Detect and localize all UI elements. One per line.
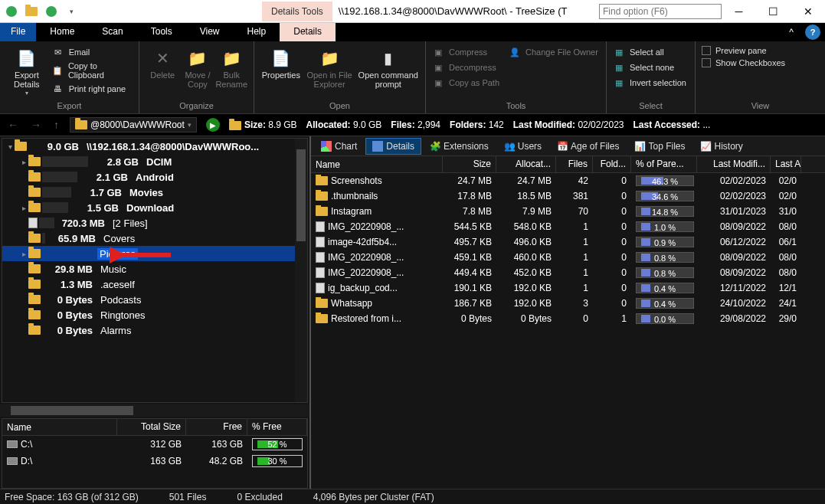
ghdr-mod[interactable]: Last Modifi... [697,156,771,172]
print-pane-button[interactable]: 🖶Print right pane [52,81,133,97]
tree-row[interactable]: 720.3 MB[2 Files] [2,215,307,231]
grid-row[interactable]: Whatsapp186.7 KB192.0 KB300.4 %24/10/202… [311,296,825,311]
tab-home[interactable]: Home [36,23,88,41]
tree-row[interactable]: ▸2.8 GBDCIM [2,154,307,169]
ghdr-size[interactable]: Size [443,156,496,172]
export-details-button[interactable]: 📄 Export Details ▾ [6,44,47,97]
invert-selection-button[interactable]: ▦Invert selection [613,75,686,90]
tree-row[interactable]: ▾9.0 GB\\192.168.1.34@8000\DavWWWRoo... [2,139,307,154]
ext-icon: 🧩 [430,141,440,152]
close-button[interactable]: ✕ [791,0,825,23]
delete-button[interactable]: ✕Delete [146,44,179,80]
copy-clipboard-button[interactable]: 📋Copy to Clipboard [52,60,133,81]
ghdr-fold[interactable]: Fold... [593,156,631,172]
tree-row[interactable]: ▸1.5 GBDownload [2,200,307,215]
collapse-ribbon-icon[interactable]: ^ [782,23,800,41]
drive-row[interactable]: C:\312 GB163 GB52 % [2,436,307,453]
change-owner-button[interactable]: 👤Change File Owner [509,44,598,60]
tab-help[interactable]: Help [234,23,280,41]
qat-item-1[interactable] [3,3,20,20]
ghdr-name[interactable]: Name [311,156,443,172]
tab-details[interactable]: Details [280,23,336,41]
expander-icon[interactable]: ▾ [5,142,15,151]
open-cmd-button[interactable]: ▮Open command prompt [358,44,420,89]
grid-row[interactable]: IMG_20220908_...449.4 KB452.0 KB100.8 %0… [311,265,825,280]
file-menu[interactable]: File [0,23,36,41]
bulk-rename-button[interactable]: 📁Bulk Rename [215,44,247,89]
rtab-details[interactable]: Details [365,138,421,155]
rtab-users[interactable]: 👥Users [497,138,548,155]
expander-icon[interactable]: ▸ [19,204,28,212]
drives-hdr-free[interactable]: Free [186,419,247,435]
qat-item-2[interactable] [23,3,40,20]
rtab-topfiles[interactable]: 📊Top Files [627,138,692,155]
rtab-chart[interactable]: Chart [314,138,364,155]
grid-row[interactable]: Instagram7.8 MB7.9 MB70014.8 %31/01/2023… [311,204,825,219]
tree-scrollbar-vertical[interactable] [295,139,307,402]
tree-row[interactable]: 0 BytesPodcasts [2,292,307,307]
ghdr-pct[interactable]: % of Pare... [631,156,697,172]
compress-button[interactable]: ▣Compress [432,44,499,60]
nav-back-icon[interactable]: ← [6,119,20,131]
group-view-label: View [702,100,819,110]
path-field[interactable]: @8000\DavWWWRoot ▾ [70,117,197,133]
folder-icon [75,120,87,129]
group-open-label: Open [260,100,419,110]
decompress-button[interactable]: ▣Decompress [432,60,499,75]
minimize-button[interactable]: ─ [722,0,756,23]
expander-icon[interactable]: ▸ [19,158,28,166]
tree-row[interactable]: 1.3 MB.aceself [2,277,307,292]
grid-row[interactable]: ig_backup_cod...190.1 KB192.0 KB100.4 %1… [311,280,825,296]
expander-icon[interactable]: ▸ [19,250,28,258]
grid-row[interactable]: IMG_20220908_...459.1 KB460.0 KB100.8 %0… [311,250,825,265]
directory-tree[interactable]: ▾9.0 GB\\192.168.1.34@8000\DavWWWRoo...▸… [2,138,308,403]
grid-row[interactable]: IMG_20220908_...544.5 KB548.0 KB101.0 %0… [311,219,825,234]
ghdr-files[interactable]: Files [556,156,593,172]
ghdr-la[interactable]: Last A [771,156,801,172]
copy-path-button[interactable]: ▣Copy as Path [432,75,499,90]
tree-scrollbar-horizontal[interactable] [0,404,309,417]
grid-row[interactable]: .thumbnails17.8 MB18.5 MB381034.6 %02/02… [311,188,825,204]
drives-hdr-name[interactable]: Name [2,419,117,435]
nav-fwd-icon[interactable]: → [29,119,43,131]
tab-scan[interactable]: Scan [88,23,136,41]
drives-hdr-pct[interactable]: % Free [247,419,307,435]
tab-view[interactable]: View [186,23,234,41]
ribbon-search-input[interactable] [599,4,722,19]
tree-row[interactable]: 0 BytesRingtones [2,307,307,322]
maximize-button[interactable]: ☐ [756,0,791,23]
tree-row[interactable]: 65.9 MBCovers [2,231,307,246]
tree-row[interactable]: 1.7 GBMovies [2,185,307,200]
properties-button[interactable]: 📄Properties [260,44,302,80]
open-explorer-button[interactable]: 📁Open in File Explorer [306,44,353,89]
show-checkboxes-toggle[interactable]: Show Checkboxes [702,57,785,69]
grid-body[interactable]: Screenshots24.7 MB24.7 MB42046.3 %02/02/… [311,173,825,326]
tab-tools[interactable]: Tools [137,23,186,41]
nav-up-icon[interactable]: ↑ [52,119,61,131]
contextual-tab-label: Details Tools [262,2,332,21]
move-copy-button[interactable]: 📁Move / Copy [184,44,211,89]
drive-row[interactable]: D:\163 GB48.2 GB30 % [2,453,307,470]
rtab-age[interactable]: 📅Age of Files [550,138,626,155]
drives-panel: Name Total Size Free % Free C:\312 GB163… [2,418,308,489]
select-none-button[interactable]: ▦Select none [613,60,686,75]
help-icon[interactable]: ? [805,25,820,40]
ghdr-alloc[interactable]: Allocat... [496,156,556,172]
stat-size: Size: 8.9 GB [229,119,297,130]
grid-row[interactable]: image-42df5b4...495.7 KB496.0 KB100.9 %0… [311,234,825,250]
grid-row[interactable]: Screenshots24.7 MB24.7 MB42046.3 %02/02/… [311,173,825,188]
folder-icon [316,191,328,201]
rtab-extensions[interactable]: 🧩Extensions [423,138,496,155]
file-icon [316,252,325,263]
rescan-button[interactable]: ▶ [206,118,220,132]
tree-row[interactable]: 0 BytesAlarms [2,322,307,338]
tree-row[interactable]: 2.1 GBAndroid [2,169,307,185]
grid-row[interactable]: Restored from i...0 Bytes0 Bytes010.0 %2… [311,311,825,326]
rtab-history[interactable]: 📈History [693,138,749,155]
preview-pane-toggle[interactable]: Preview pane [702,44,785,57]
qat-dropdown[interactable]: ▾ [63,3,80,20]
drives-hdr-total[interactable]: Total Size [117,419,186,435]
email-button[interactable]: ✉Email [52,44,133,60]
qat-item-3[interactable] [43,3,60,20]
select-all-button[interactable]: ▦Select all [613,44,686,60]
